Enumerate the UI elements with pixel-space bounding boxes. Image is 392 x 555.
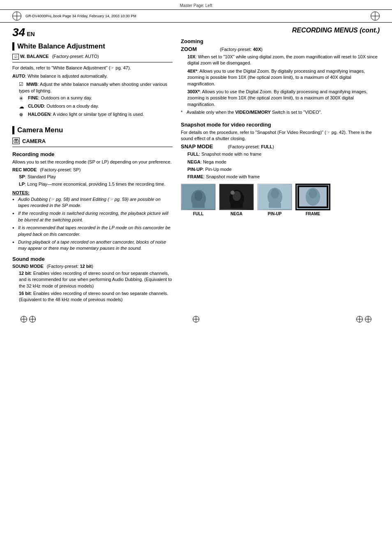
page-header: 34 EN (12, 27, 173, 38)
notes-list: Audio Dubbing (☞ pg. 58) and Insert Edit… (12, 196, 173, 252)
snap-label-frame: FRAME (306, 212, 321, 216)
page-container: Master Page: Left GR-DV4000PAL.book Page… (0, 0, 392, 555)
snap-img-pinup: PIN-UP (257, 184, 292, 216)
camera-label-row: CAMERA (12, 138, 173, 144)
rec-mode-preset: (Factory-preset: SP) (40, 167, 81, 172)
snap-img-nega: NEGA (219, 184, 254, 216)
camera-menu-heading: Camera Menu (12, 126, 173, 134)
reg-mark-top-left (12, 12, 21, 21)
wbalance-auto: AUTO: White balance is adjusted automati… (12, 73, 173, 79)
snapshot-images: FULL NEGA (181, 184, 380, 216)
zooming-section: Zooming ZOOM (Factory-preset: 40X) 10X: … (181, 38, 380, 116)
left-column: 34 EN White Balance Adjustment ☑ W. BALA… (12, 27, 173, 304)
rec-mode-row: REC MODE (Factory-preset: SP) (12, 167, 173, 172)
cloud-row: ☁ CLOUD: Outdoors on a cloudy day. (12, 104, 173, 111)
snap-img-frame-preview (295, 184, 330, 210)
camera-label: CAMERA (22, 138, 46, 144)
recording-mode-desc: Allows you to set the recording mode (SP… (12, 159, 173, 165)
bottom-reg-right (356, 316, 363, 322)
snap-label-full: FULL (193, 212, 204, 216)
right-column: RECORDING MENUS (cont.) Zooming ZOOM (Fa… (181, 27, 380, 304)
wbalance-divider (12, 62, 173, 62)
bit16-text: 16 bit: Enables video recording of stere… (12, 290, 173, 303)
snap-label-nega: NEGA (231, 212, 242, 216)
halogen-row: ✵ HALOGEN: A video light or similar type… (12, 112, 173, 119)
camera-icon (14, 139, 19, 143)
snap-pinup: PIN-UP: Pin-Up mode (181, 166, 380, 173)
note-2: If the recording mode is switched during… (12, 210, 173, 223)
zooming-heading: Zooming (181, 38, 380, 44)
snapshot-description: For details on the procedure, refer to "… (181, 129, 380, 142)
camera-icon-box (12, 138, 20, 144)
page-en-label: EN (27, 31, 35, 37)
zoom-40x: 40X*: Allows you to use the Digital Zoom… (181, 68, 380, 87)
rec-mode-label: REC MODE (12, 167, 37, 172)
svg-point-14 (271, 189, 279, 198)
bottom-reg-center (193, 316, 199, 322)
bottom-right-marks (356, 316, 371, 322)
svg-rect-15 (269, 203, 281, 208)
lp-text: LP: Long Play—more economical, providing… (12, 181, 173, 187)
mwb-row: ☑ MWB: Adjust the white balance manually… (12, 81, 173, 94)
snap-mode-preset: (Factory-preset: FULL) (228, 144, 274, 149)
snap-mode-row: SNAP MODE (Factory-preset: FULL) (181, 143, 380, 150)
snap-img-full: FULL (181, 184, 216, 216)
svg-point-2 (15, 140, 17, 142)
master-page-label: Master Page: Left (0, 0, 392, 9)
auto-text: : White balance is adjusted automaticall… (25, 74, 108, 78)
wbalance-description: For details, refer to "White Balance Adj… (12, 65, 173, 71)
svg-rect-10 (231, 203, 243, 208)
recording-mode-heading: Recording mode (12, 151, 173, 157)
zoom-preset: (Factory-preset: 40X) (220, 47, 263, 52)
snap-img-pinup-preview (257, 184, 292, 210)
fine-row: ✳ FINE: Outdoors on a sunny day. (12, 95, 173, 102)
bottom-reg-left2 (29, 316, 36, 322)
snapshot-section: Snapshot mode for video recording For de… (181, 122, 380, 216)
halogen-icon: ✵ (19, 112, 26, 119)
svg-point-5 (194, 191, 203, 201)
zoom-label: ZOOM (181, 46, 197, 52)
crop-line-text: GR-DV4000PAL.book Page 34 Friday, Februa… (25, 14, 136, 18)
snapshot-heading: Snapshot mode for video recording (181, 122, 380, 128)
svg-point-11 (231, 191, 235, 195)
zoom-asterisk-note: Available only when the VIDEO/MEMORY Swi… (181, 109, 380, 115)
snap-nega: NEGA: Nega mode (181, 159, 380, 165)
bottom-reg-right2 (365, 316, 371, 322)
svg-point-19 (309, 189, 317, 199)
snap-label-pinup: PIN-UP (268, 212, 282, 216)
wbalance-label-row: ☑ W. BALANCE (Factory-preset: AUTO) (12, 54, 173, 60)
white-balance-heading: White Balance Adjustment (12, 42, 173, 51)
svg-rect-6 (192, 203, 205, 208)
wbalance-label: W. BALANCE (20, 54, 49, 59)
sp-text: SP: Standard Play (12, 174, 173, 180)
wbalance-icon: ☑ (12, 54, 19, 60)
notes-section: NOTES: Audio Dubbing (☞ pg. 58) and Inse… (12, 190, 173, 252)
camera-divider (12, 147, 173, 147)
notes-title: NOTES: (12, 190, 173, 195)
note-3: It is recommended that tapes recorded in… (12, 225, 173, 237)
fine-icon: ✳ (19, 95, 26, 102)
note-1: Audio Dubbing (☞ pg. 58) and Insert Edit… (12, 196, 173, 209)
note-4: During playback of a tape recorded on an… (12, 239, 173, 252)
snap-frame: FRAME: Snapshot mode with frame (181, 174, 380, 180)
snap-img-nega-preview (219, 184, 254, 210)
cloud-icon: ☁ (19, 104, 26, 111)
reg-mark-top-right (371, 12, 380, 21)
sound-mode-heading: Sound mode (12, 256, 173, 262)
sound-mode-preset: (Factory-preset: 12 bit) (47, 264, 93, 269)
sound-mode-label: SOUND MODE (12, 264, 44, 269)
wbalance-factory-preset: (Factory-preset: AUTO) (52, 54, 99, 59)
bottom-marks (0, 313, 392, 326)
snap-mode-label: SNAP MODE (181, 143, 213, 150)
bit12-text: 12 bit: Enables video recording of stere… (12, 270, 173, 289)
zoom-10x: 10X: When set to "10X" while using digit… (181, 54, 380, 67)
bottom-left-marks (21, 316, 36, 322)
right-title: RECORDING MENUS (cont.) (181, 27, 380, 34)
zoom-300x: 300X*: Allows you to use the Digital Zoo… (181, 89, 380, 108)
snap-full: FULL: Snapshot mode with no frame (181, 151, 380, 157)
main-content: 34 EN White Balance Adjustment ☑ W. BALA… (0, 23, 392, 309)
zoom-label-row: ZOOM (Factory-preset: 40X) (181, 46, 380, 52)
snap-img-frame: FRAME (295, 184, 330, 216)
page-number: 34 (12, 27, 25, 38)
sound-mode-row: SOUND MODE (Factory-preset: 12 bit) (12, 264, 173, 269)
